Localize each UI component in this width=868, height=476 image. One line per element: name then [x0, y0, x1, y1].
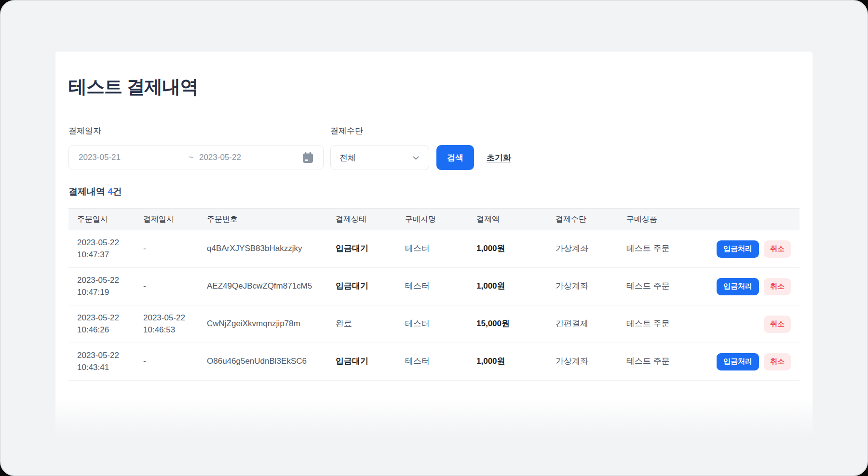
app-frame: 테스트 결제내역 결제일자 2023-05-21 ~ 2023-05-22	[0, 0, 868, 476]
col-header-method: 결제수단	[547, 209, 618, 230]
cancel-button[interactable]: 취소	[764, 278, 791, 295]
deposit-process-button[interactable]: 입금처리	[717, 353, 759, 370]
actions-cell: 취소	[705, 305, 800, 343]
reset-link[interactable]: 초기화	[487, 152, 511, 163]
method-filter-group: 결제수단 전체	[330, 125, 429, 170]
date-range-input[interactable]: 2023-05-21 ~ 2023-05-22	[68, 145, 324, 170]
order-datetime-cell: 2023-05-2210:47:19	[68, 268, 135, 305]
status-cell: 입금대기	[327, 268, 396, 305]
col-header-pay-datetime: 결제일시	[135, 209, 198, 230]
status-cell: 입금대기	[327, 343, 396, 381]
date-from-value[interactable]: 2023-05-21	[79, 153, 189, 162]
table-row: 2023-05-2210:47:37 - q4BArXJYSB83bHakzzj…	[68, 230, 800, 268]
pay-datetime-cell: -	[135, 343, 198, 381]
search-button[interactable]: 검색	[436, 145, 474, 170]
col-header-buyer: 구매자명	[396, 209, 468, 230]
col-header-status: 결제상태	[327, 209, 396, 230]
date-filter-label: 결제일자	[68, 125, 324, 136]
order-no-cell: CwNjZgeiXkvmqnzjip78m	[198, 305, 327, 343]
calendar-icon[interactable]	[302, 152, 313, 163]
status-cell: 입금대기	[327, 230, 396, 268]
method-cell: 가상계좌	[547, 230, 618, 268]
amount-cell: 15,000원	[468, 305, 547, 343]
buyer-cell: 테스터	[396, 268, 468, 305]
table-header-row: 주문일시 결제일시 주문번호 결제상태 구매자명 결제액 결제수단 구매상품	[68, 209, 800, 230]
buyer-cell: 테스터	[396, 305, 468, 343]
table-row: 2023-05-2210:43:41 - O86u46g5enUdnBl3EkS…	[68, 343, 800, 381]
pay-datetime-cell: -	[135, 230, 198, 268]
method-cell: 가상계좌	[547, 268, 618, 305]
actions-cell: 입금처리 취소	[705, 230, 800, 268]
order-datetime-cell: 2023-05-2210:46:26	[68, 305, 135, 343]
result-summary-prefix: 결제내역	[68, 186, 105, 197]
order-no-cell: q4BArXJYSB83bHakzzjky	[198, 230, 327, 268]
method-cell: 가상계좌	[547, 343, 618, 381]
date-filter-group: 결제일자 2023-05-21 ~ 2023-05-22	[68, 125, 324, 170]
product-cell: 테스트 주문	[618, 268, 705, 305]
method-select[interactable]: 전체	[330, 145, 429, 170]
order-datetime-cell: 2023-05-2210:43:41	[68, 343, 135, 381]
col-header-actions	[705, 209, 800, 230]
buyer-cell: 테스터	[396, 343, 468, 381]
date-to-value[interactable]: 2023-05-22	[199, 153, 241, 162]
order-no-cell: AEZ49QeJBcwZQfm871cM5	[198, 268, 327, 305]
cancel-button[interactable]: 취소	[764, 316, 791, 333]
order-no-cell: O86u46g5enUdnBl3EkSC6	[198, 343, 327, 381]
pay-datetime-cell: 2023-05-2210:46:53	[135, 305, 198, 343]
actions-cell: 입금처리 취소	[705, 343, 800, 381]
cancel-button[interactable]: 취소	[764, 353, 791, 370]
table-row: 2023-05-2210:46:26 2023-05-2210:46:53 Cw…	[68, 305, 800, 343]
amount-cell: 1,000원	[468, 230, 547, 268]
amount-cell: 1,000원	[468, 343, 547, 381]
actions-cell: 입금처리 취소	[705, 268, 800, 305]
status-cell: 완료	[327, 305, 396, 343]
method-cell: 간편결제	[547, 305, 618, 343]
result-summary: 결제내역 4건	[68, 185, 800, 198]
filter-bar: 결제일자 2023-05-21 ~ 2023-05-22	[68, 125, 800, 170]
deposit-process-button[interactable]: 입금처리	[717, 240, 759, 258]
col-header-amount: 결제액	[468, 209, 547, 230]
result-count: 4	[108, 186, 113, 197]
col-header-order-datetime: 주문일시	[68, 209, 135, 230]
date-range-tilde: ~	[189, 153, 193, 162]
cancel-button[interactable]: 취소	[764, 240, 791, 258]
page-title: 테스트 결제내역	[68, 75, 800, 99]
chevron-down-icon	[412, 154, 420, 162]
payment-table: 주문일시 결제일시 주문번호 결제상태 구매자명 결제액 결제수단 구매상품 2…	[68, 208, 800, 381]
order-datetime-cell: 2023-05-2210:47:37	[68, 230, 135, 268]
table-row: 2023-05-2210:47:19 - AEZ49QeJBcwZQfm871c…	[68, 268, 800, 305]
product-cell: 테스트 주문	[618, 230, 705, 268]
product-cell: 테스트 주문	[618, 343, 705, 381]
pay-datetime-cell: -	[135, 268, 198, 305]
col-header-order-no: 주문번호	[198, 209, 327, 230]
col-header-product: 구매상품	[618, 209, 705, 230]
method-select-value: 전체	[339, 152, 356, 163]
payment-history-card: 테스트 결제내역 결제일자 2023-05-21 ~ 2023-05-22	[55, 52, 813, 437]
deposit-process-button[interactable]: 입금처리	[717, 278, 759, 295]
buyer-cell: 테스터	[396, 230, 468, 268]
method-filter-label: 결제수단	[330, 125, 429, 136]
result-summary-suffix: 건	[113, 186, 122, 197]
product-cell: 테스트 주문	[618, 305, 705, 343]
amount-cell: 1,000원	[468, 268, 547, 305]
